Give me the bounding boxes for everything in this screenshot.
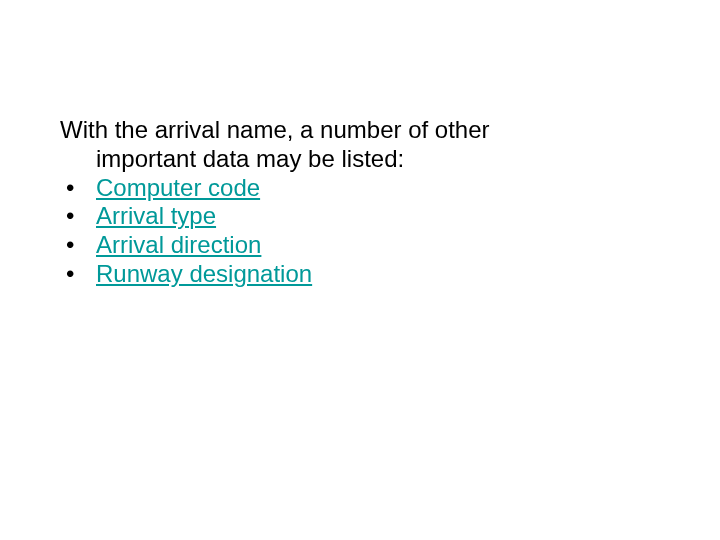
bullet-icon: •: [60, 231, 96, 260]
bullet-list: •Computer code •Arrival type •Arrival di…: [60, 174, 660, 289]
intro-text: With the arrival name, a number of other…: [60, 116, 660, 174]
list-item: •Arrival direction: [60, 231, 660, 260]
slide: With the arrival name, a number of other…: [0, 0, 720, 540]
bullet-icon: •: [60, 202, 96, 231]
intro-line-2: important data may be listed:: [60, 145, 660, 174]
intro-line-1: With the arrival name, a number of other: [60, 116, 490, 143]
bullet-icon: •: [60, 260, 96, 289]
link-computer-code[interactable]: Computer code: [96, 174, 260, 201]
link-runway-designation[interactable]: Runway designation: [96, 260, 312, 287]
link-arrival-type[interactable]: Arrival type: [96, 202, 216, 229]
link-arrival-direction[interactable]: Arrival direction: [96, 231, 261, 258]
list-item: •Computer code: [60, 174, 660, 203]
list-item: •Runway designation: [60, 260, 660, 289]
bullet-icon: •: [60, 174, 96, 203]
list-item: •Arrival type: [60, 202, 660, 231]
